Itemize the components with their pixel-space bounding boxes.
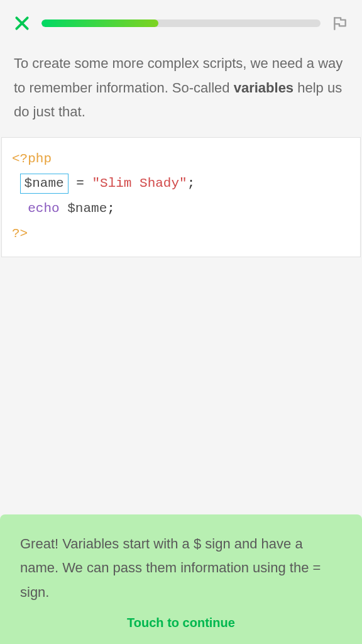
space [60, 201, 68, 216]
variable-blank[interactable]: $name [20, 174, 69, 193]
code-line-4: ?> [12, 221, 350, 247]
code-line-3: echo $name; [12, 196, 350, 221]
close-button[interactable] [13, 14, 31, 33]
php-close-tag: ?> [12, 226, 28, 241]
lesson-instruction: To create some more complex scripts, we … [0, 47, 362, 137]
string-literal: "Slim Shady" [92, 176, 187, 191]
continue-button[interactable]: Touch to continue [20, 616, 342, 630]
flag-icon [332, 15, 348, 31]
assign-op: = [69, 176, 92, 191]
close-icon [14, 15, 30, 31]
semicolon: ; [187, 176, 195, 191]
report-button[interactable] [331, 14, 349, 33]
variable-ref: $name [67, 201, 107, 216]
progress-fill [41, 19, 158, 27]
code-line-1: <?php [12, 147, 350, 172]
feedback-panel: Great! Variables start with a $ sign and… [0, 514, 362, 645]
php-open-tag: <?php [12, 152, 52, 166]
progress-bar [41, 19, 321, 27]
code-line-2: $name = "Slim Shady"; [12, 171, 350, 196]
feedback-text: Great! Variables start with a $ sign and… [20, 532, 342, 605]
code-editor: <?php $name = "Slim Shady"; echo $name; … [1, 137, 361, 258]
instruction-bold: variables [234, 80, 293, 96]
echo-keyword: echo [28, 201, 59, 216]
lesson-header [0, 0, 362, 47]
semicolon: ; [107, 201, 115, 216]
